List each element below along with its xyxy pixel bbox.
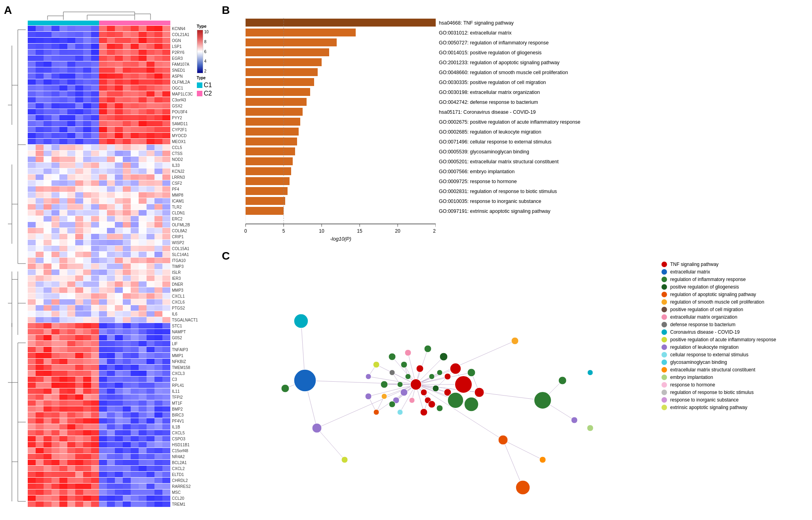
heatmap-cell — [139, 127, 147, 132]
heatmap-cell — [123, 73, 131, 79]
heatmap-cell — [147, 424, 154, 430]
heatmap-cell — [51, 50, 59, 55]
gene-label: LSP1 — [172, 44, 181, 49]
chart-label-12: GO:0002685: regulation of leukocyte migr… — [439, 127, 799, 137]
heatmap-cell — [91, 329, 99, 335]
heatmap-cell — [131, 377, 139, 382]
heatmap-cell — [115, 400, 123, 406]
heatmap-cell — [99, 73, 107, 79]
heatmap-cell — [123, 240, 131, 245]
heatmap-cell — [67, 371, 75, 376]
x-tick-25: 25 — [433, 228, 436, 234]
gene-label: NFKBIZ — [172, 359, 186, 364]
heatmap-row: C3 — [28, 377, 202, 382]
heatmap-cell — [99, 216, 107, 222]
heatmap-cell — [91, 234, 99, 239]
heatmap-cell — [75, 293, 83, 299]
heatmap-cell — [147, 258, 154, 263]
heatmap-cell — [44, 91, 51, 97]
heatmap-cell — [59, 180, 67, 186]
heatmap-cell — [115, 145, 123, 150]
heatmap-cell — [162, 430, 170, 436]
heatmap-cell — [28, 478, 36, 483]
heatmap-cell — [154, 121, 162, 126]
heatmap-cell — [28, 305, 36, 311]
heatmap-cell — [83, 121, 91, 126]
heatmap-cell — [154, 222, 162, 228]
heatmap-cell — [75, 501, 83, 507]
heatmap-cell — [67, 180, 75, 186]
heatmap-cell — [91, 299, 99, 305]
heatmap-cell — [99, 442, 107, 447]
heatmap-cell — [115, 436, 123, 442]
heatmap-cell — [67, 103, 75, 109]
scale-2: 2 — [204, 69, 209, 73]
heatmap-cell — [147, 430, 154, 436]
heatmap-cell — [67, 341, 75, 346]
heatmap-cell — [67, 365, 75, 370]
heatmap-cell — [91, 157, 99, 162]
svg-point-113 — [429, 374, 435, 379]
heatmap-cell — [99, 180, 107, 186]
heatmap-cell — [131, 121, 139, 126]
heatmap-cell — [83, 228, 91, 233]
heatmap-cell — [107, 478, 115, 483]
heatmap-cell — [59, 151, 67, 156]
heatmap-cell — [75, 311, 83, 317]
heatmap-cell — [67, 162, 75, 168]
heatmap-row: WISP2 — [28, 240, 202, 245]
heatmap-cell — [131, 478, 139, 483]
heatmap-cell — [44, 222, 51, 228]
heatmap-cell — [91, 50, 99, 55]
heatmap-cell — [36, 157, 44, 162]
heatmap-cell — [83, 299, 91, 305]
heatmap-cell — [131, 228, 139, 233]
heatmap-cell — [28, 222, 36, 228]
svg-line-80 — [416, 384, 503, 440]
x-tick-5: 5 — [282, 228, 285, 234]
heatmap-cell — [36, 406, 44, 412]
heatmap-cell — [36, 418, 44, 424]
heatmap-cell — [99, 353, 107, 358]
heatmap-cell — [51, 67, 59, 73]
heatmap-cell — [28, 489, 36, 495]
heatmap-cell — [51, 258, 59, 263]
heatmap-cell — [44, 359, 51, 364]
heatmap-cell — [44, 26, 51, 31]
heatmap-cell — [162, 275, 170, 281]
heatmap-cell — [107, 67, 115, 73]
heatmap-cell — [28, 359, 36, 364]
heatmap-cell — [99, 489, 107, 495]
heatmap-cell — [162, 85, 170, 91]
heatmap-cell — [67, 329, 75, 335]
heatmap-cell — [147, 73, 154, 79]
heatmap-cell — [162, 145, 170, 150]
heatmap-cell — [44, 168, 51, 174]
heatmap-cell — [154, 38, 162, 43]
heatmap-cell — [147, 275, 154, 281]
heatmap-cell — [147, 371, 154, 376]
heatmap-cell — [51, 127, 59, 132]
heatmap-row: CXCL2 — [28, 466, 202, 471]
heatmap-cell — [107, 430, 115, 436]
heatmap-cell — [59, 186, 67, 192]
heatmap-cell — [162, 115, 170, 120]
heatmap-cell — [44, 335, 51, 340]
type-color-bar — [28, 21, 170, 25]
heatmap-cell — [107, 400, 115, 406]
heatmap-cell — [131, 460, 139, 465]
heatmap-cell — [75, 281, 83, 287]
heatmap-cell — [28, 216, 36, 222]
gene-label: ERC2 — [172, 217, 183, 221]
heatmap-cell — [44, 115, 51, 120]
heatmap-cell — [67, 216, 75, 222]
heatmap-cell — [154, 495, 162, 501]
heatmap-cell — [59, 38, 67, 43]
heatmap-cell — [91, 85, 99, 91]
heatmap-cell — [107, 394, 115, 400]
heatmap-cell — [115, 32, 123, 37]
heatmap-cell — [131, 252, 139, 257]
heatmap-cell — [147, 347, 154, 352]
heatmap-cell — [154, 67, 162, 73]
heatmap-cell — [162, 359, 170, 364]
